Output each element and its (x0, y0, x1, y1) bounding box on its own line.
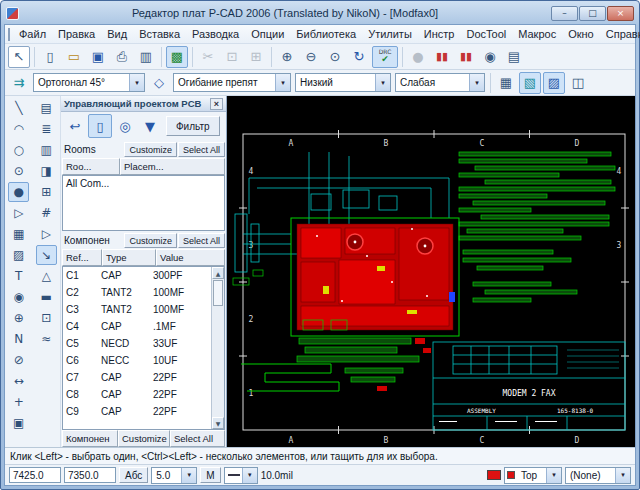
components-select-all-button[interactable]: Select All (178, 233, 225, 248)
zoom-in-button[interactable]: ⊕ (276, 46, 298, 68)
dropdown-arrow-icon[interactable]: ▾ (181, 468, 196, 483)
tool-component-button[interactable]: ▥ (36, 140, 57, 160)
tool-polygon-button[interactable]: ▷ (8, 203, 29, 223)
tool-diode-button[interactable]: ▷ (36, 224, 57, 244)
copy-button[interactable]: ⊡ (221, 46, 243, 68)
panel-back-button[interactable]: ↩ (63, 114, 87, 138)
footer-customize-button[interactable]: Customize (118, 430, 170, 447)
footer-components-tab[interactable]: Компонен (62, 430, 118, 447)
macro-button[interactable]: M (200, 467, 220, 483)
dropdown-arrow-icon[interactable]: ▾ (242, 468, 257, 483)
tool-sheet-button[interactable]: ▤ (36, 98, 57, 118)
tool-text-button[interactable]: T (8, 266, 29, 286)
route-options-button[interactable]: ◇ (148, 72, 170, 94)
bitmap-button[interactable]: ▩ (166, 46, 188, 68)
print-preview-button[interactable]: ▥ (135, 46, 157, 68)
panel-select-button[interactable]: ▯ (88, 114, 112, 138)
maximize-button[interactable]: □ (579, 6, 606, 21)
components-customize-button[interactable]: Customize (124, 233, 177, 248)
column-ref[interactable]: Ref... (62, 249, 102, 266)
open-button[interactable]: ▭ (63, 46, 85, 68)
table-row[interactable]: C1 CAP 300PF (63, 267, 211, 284)
scroll-down-button[interactable]: ▼ (212, 417, 224, 429)
tool-arc-button[interactable]: ◠ (8, 119, 29, 139)
abs-button[interactable]: Абс (119, 467, 148, 483)
menu-macro[interactable]: Макрос (512, 26, 562, 42)
scrollbar-thumb[interactable] (213, 280, 223, 306)
menu-window[interactable]: Окно (562, 26, 600, 42)
menu-view[interactable]: Вид (101, 26, 133, 42)
filter-button[interactable]: Фильтр (166, 116, 220, 136)
rooms-customize-button[interactable]: Customize (124, 142, 177, 157)
menu-tools[interactable]: Инстр (418, 26, 461, 42)
tool-line-button[interactable]: ╲ (8, 98, 29, 118)
x-coordinate-field[interactable]: 7425.0 (9, 467, 61, 483)
rooms-column-placement[interactable]: Placem... (120, 158, 225, 175)
dropdown-arrow-icon[interactable]: ▾ (469, 74, 484, 91)
table-row[interactable]: C2 TANT2 100MF (63, 284, 211, 301)
menu-utils[interactable]: Утилиты (362, 26, 418, 42)
titlebar[interactable]: Редактор плат P-CAD 2006 (Translated by … (4, 4, 636, 24)
table-row[interactable]: C5 NECD 33UF (63, 335, 211, 352)
zoom-window-button[interactable]: ⊙ (324, 46, 346, 68)
tool-pad-button[interactable]: ◉ (8, 287, 29, 307)
tool-ruler-button[interactable]: # (36, 203, 57, 223)
pcb-drawing[interactable]: A B C D A B C D 4 3 2 1 4 3 (227, 96, 638, 449)
rooms-list-item[interactable]: All Com... (63, 176, 224, 191)
tool-grid-button[interactable]: ⊞ (36, 182, 57, 202)
tool-net-button[interactable]: N (8, 329, 29, 349)
menu-help[interactable]: Справка (600, 26, 640, 42)
pattern-toggle-button[interactable]: ▧ (519, 72, 541, 94)
via-style-button[interactable]: ◫ (567, 72, 589, 94)
priority-select[interactable]: Низкий ▾ (295, 73, 391, 92)
tool-bar-button[interactable]: ▬ (36, 287, 57, 307)
grid-select[interactable]: 5.0 ▾ (151, 467, 197, 484)
tool-point-button[interactable]: ⊙ (8, 161, 29, 181)
panel-filter-icon-button[interactable]: ▼ (138, 114, 162, 138)
components-scrollbar[interactable]: ▲ ▼ (211, 267, 224, 429)
menu-library[interactable]: Библиотека (290, 26, 362, 42)
y-coordinate-field[interactable]: 7350.0 (64, 467, 116, 483)
tool-triangle-button[interactable]: △ (36, 266, 57, 286)
tool-via-button[interactable]: ⊕ (8, 308, 29, 328)
table-row[interactable]: C8 CAP 22PF (63, 386, 211, 403)
sheets-button[interactable]: ▤ (503, 46, 525, 68)
obstacle-mode-select[interactable]: Огибание препят ▾ (173, 73, 291, 92)
document-icon[interactable] (8, 28, 10, 41)
table-row[interactable]: C3 TANT2 100MF (63, 301, 211, 318)
tool-cross-button[interactable]: + (8, 392, 29, 412)
record-button[interactable]: ● (407, 46, 429, 68)
select-tool-button[interactable]: ↖ (8, 46, 30, 68)
table-row[interactable]: C6 NECC 10UF (63, 352, 211, 369)
table-row[interactable]: C4 CAP .1MF (63, 318, 211, 335)
tool-box-button[interactable]: ⊡ (36, 308, 57, 328)
tool-keepout-button[interactable]: ⊘ (8, 350, 29, 370)
camera-button[interactable]: ◉ (479, 46, 501, 68)
components-rows[interactable]: C1 CAP 300PF C2 TANT2 100MF C3 TANT2 (63, 267, 211, 429)
redraw-button[interactable]: ↻ (348, 46, 370, 68)
print-button[interactable]: ⎙ (111, 46, 133, 68)
layer-color-swatch[interactable] (487, 470, 501, 480)
pause-button-2[interactable]: ▮▮ (455, 46, 477, 68)
dropdown-arrow-icon[interactable]: ▾ (129, 74, 144, 91)
dropdown-arrow-icon[interactable]: ▾ (615, 468, 630, 483)
tool-circle-button[interactable]: ○ (8, 140, 29, 160)
route-mode-button[interactable]: ⇉ (8, 72, 30, 94)
tool-dimension-button[interactable]: ↔ (8, 371, 29, 391)
tool-rect-button[interactable]: ▣ (8, 413, 29, 433)
layers-toggle-button[interactable]: ▨ (543, 72, 565, 94)
menu-file[interactable]: Файл (13, 26, 52, 42)
minimize-button[interactable]: – (551, 6, 578, 21)
menu-insert[interactable]: Вставка (133, 26, 186, 42)
scroll-up-button[interactable]: ▲ (212, 267, 224, 279)
tool-hatch-button[interactable]: ▨ (8, 245, 29, 265)
paste-button[interactable]: ⊞ (245, 46, 267, 68)
tool-filled-circle-button[interactable]: ● (8, 182, 29, 202)
drc-button[interactable]: DRC ✔ (372, 46, 398, 68)
dropdown-arrow-icon[interactable]: ▾ (546, 468, 561, 483)
save-button[interactable]: ▣ (87, 46, 109, 68)
new-button[interactable]: ▯ (39, 46, 61, 68)
tool-wave-button[interactable]: ≈ (36, 329, 57, 349)
cut-button[interactable]: ✂ (197, 46, 219, 68)
rooms-column-room[interactable]: Roo... (62, 158, 120, 175)
